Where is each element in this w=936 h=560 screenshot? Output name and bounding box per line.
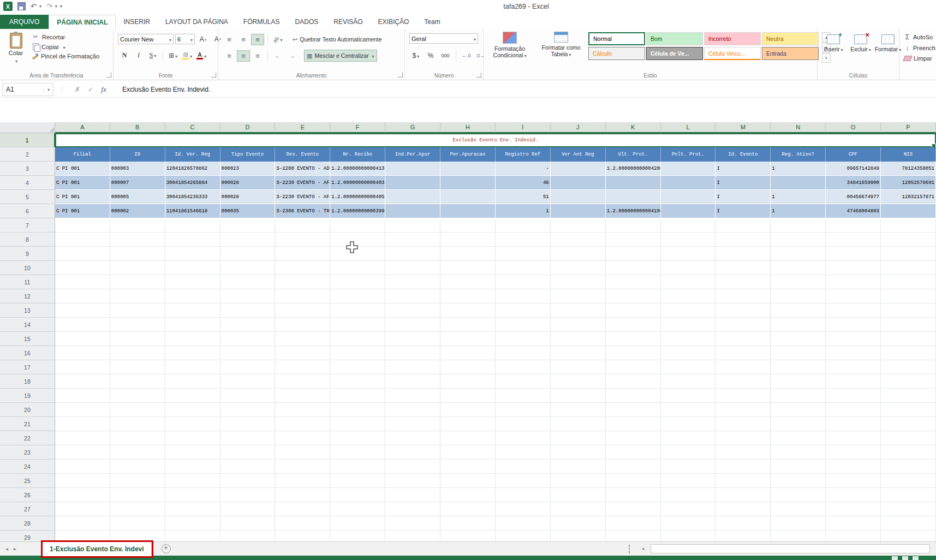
cell[interactable]: C PI 001 [55, 190, 110, 204]
cell[interactable] [881, 332, 936, 346]
cell-style-tile[interactable]: Neutra [762, 32, 819, 45]
cell[interactable] [771, 261, 826, 275]
cell[interactable] [110, 445, 165, 460]
cell[interactable] [385, 374, 440, 389]
cell[interactable] [220, 261, 276, 275]
cell[interactable] [110, 233, 165, 247]
new-sheet-button[interactable]: + [162, 544, 171, 553]
row-header-19[interactable]: 19 [0, 389, 55, 403]
cell[interactable] [771, 389, 826, 403]
cell[interactable] [220, 360, 276, 374]
cell[interactable] [826, 389, 881, 403]
cell[interactable] [661, 474, 716, 488]
cell[interactable] [881, 218, 936, 233]
cell[interactable] [275, 332, 330, 346]
cell[interactable] [661, 360, 716, 374]
font-size-select[interactable]: 6 [175, 34, 195, 44]
redo-button[interactable]: ↷ [46, 2, 52, 11]
cell[interactable] [771, 289, 826, 303]
cell[interactable]: 1.2.0000000000039909369 [330, 204, 385, 218]
cell[interactable] [496, 474, 551, 488]
cell[interactable] [275, 218, 330, 233]
cell[interactable]: 1.2.0000000000041384325 [330, 162, 385, 176]
cell[interactable]: 000003 [110, 162, 165, 176]
format-as-table-button[interactable]: Formatar como Tabela [537, 32, 585, 58]
cell[interactable]: 1 [771, 162, 826, 176]
cell[interactable] [881, 303, 936, 318]
cell[interactable]: 000028 [220, 176, 276, 190]
table-header-cell[interactable]: Registro Ref [496, 147, 551, 162]
cell[interactable] [330, 332, 385, 346]
cell[interactable] [881, 233, 936, 247]
cell[interactable] [385, 360, 440, 374]
table-header-cell[interactable]: Reg. Ativo? [771, 147, 826, 162]
cell[interactable] [496, 261, 551, 275]
cell[interactable]: 000005 [110, 190, 165, 204]
row-header-22[interactable]: 22 [0, 431, 55, 445]
cell[interactable] [826, 516, 881, 531]
cell[interactable] [55, 389, 110, 403]
cell[interactable] [55, 289, 110, 303]
row-header-8[interactable]: 8 [0, 233, 55, 247]
cell[interactable] [496, 445, 551, 460]
cell[interactable] [385, 488, 440, 502]
column-header-K[interactable]: K [606, 122, 661, 133]
column-header-P[interactable]: P [881, 122, 936, 133]
cell[interactable] [165, 233, 220, 247]
cell[interactable] [551, 190, 606, 204]
align-top-button[interactable] [223, 34, 236, 45]
cell[interactable] [606, 417, 661, 431]
cell[interactable] [165, 261, 220, 275]
cell[interactable] [440, 303, 496, 318]
row-header-2[interactable]: 2 [0, 147, 55, 162]
cell[interactable] [385, 261, 440, 275]
cell[interactable] [385, 275, 440, 289]
ribbon-tab-layout-da-página[interactable]: LAYOUT DA PÁGINA [158, 15, 236, 29]
cell[interactable] [716, 474, 771, 488]
cell[interactable] [496, 346, 551, 360]
cell[interactable] [440, 233, 496, 247]
cell[interactable]: 30041854236333 [165, 190, 220, 204]
cell[interactable] [551, 303, 606, 318]
table-header-cell[interactable]: Filial [55, 147, 110, 162]
cell[interactable]: I [716, 162, 771, 176]
cell[interactable] [716, 332, 771, 346]
cell[interactable] [496, 218, 551, 233]
cell[interactable] [55, 445, 110, 460]
cell[interactable]: I [716, 176, 771, 190]
cell[interactable] [385, 289, 440, 303]
cell[interactable] [606, 346, 661, 360]
cell[interactable]: S-2306 EVENTO - TRABALHADOR SEM VINCULO … [275, 204, 330, 218]
increase-indent-button[interactable]: → [285, 50, 299, 62]
cell[interactable] [661, 374, 716, 389]
row-header-3[interactable]: 3 [0, 162, 55, 176]
cell[interactable] [220, 417, 276, 431]
scroll-left-icon[interactable]: ◂ [639, 546, 647, 551]
cell[interactable] [661, 431, 716, 445]
cell[interactable] [55, 431, 110, 445]
cell[interactable] [826, 318, 881, 332]
cell[interactable] [716, 374, 771, 389]
cell[interactable] [385, 346, 440, 360]
cell[interactable] [220, 460, 276, 474]
cell[interactable]: 1.2.0000000000041989180 [606, 204, 661, 218]
cell[interactable] [551, 488, 606, 502]
cell[interactable] [606, 474, 661, 488]
cell[interactable] [220, 318, 276, 332]
cell[interactable] [771, 332, 826, 346]
cell[interactable] [881, 389, 936, 403]
cell[interactable] [661, 218, 716, 233]
ribbon-tab-página-inicial[interactable]: PÁGINA INICIAL [49, 15, 116, 29]
cell[interactable] [275, 474, 330, 488]
cell[interactable]: 1 [496, 204, 551, 218]
borders-button[interactable]: ⊞ [166, 50, 180, 61]
cell[interactable] [275, 502, 330, 516]
cell[interactable] [716, 289, 771, 303]
cell[interactable] [771, 360, 826, 374]
cell[interactable] [496, 516, 551, 531]
cell[interactable] [661, 303, 716, 318]
cell-style-tile[interactable]: Célula de Ve... [646, 47, 703, 60]
cell[interactable] [110, 374, 165, 389]
cell[interactable] [606, 460, 661, 474]
cell[interactable] [385, 332, 440, 346]
